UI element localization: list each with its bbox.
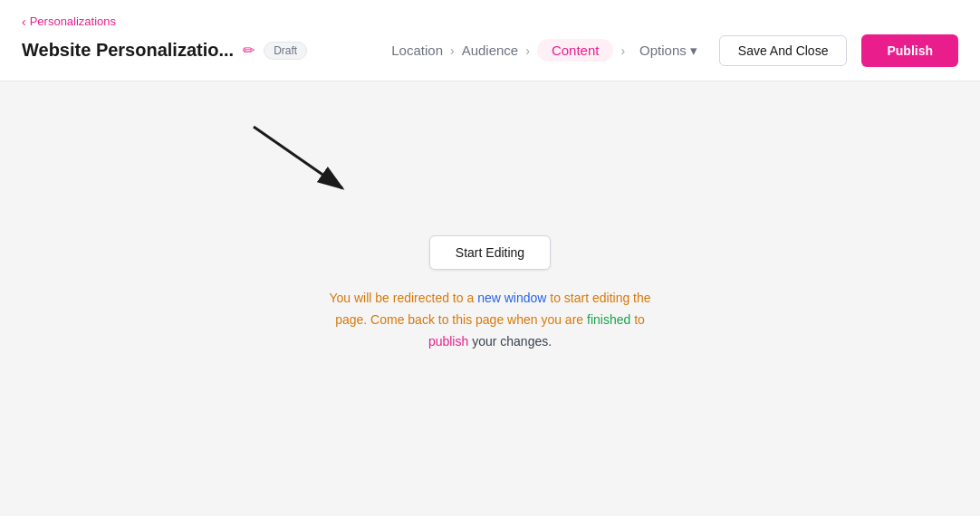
back-label: Personalizations xyxy=(30,14,116,28)
info-text-dark-1: your changes. xyxy=(468,334,552,349)
draft-badge: Draft xyxy=(264,42,307,60)
chevron-icon-1: › xyxy=(450,43,455,58)
svg-line-1 xyxy=(254,127,342,188)
page-title: Website Personalizatio... xyxy=(22,40,234,61)
steps-nav: Location › Audience › Content › Options … xyxy=(391,39,705,62)
arrow-container xyxy=(245,118,362,203)
chevron-icon-3: › xyxy=(620,43,625,58)
info-text: You will be redirected to a new window t… xyxy=(329,288,650,352)
options-chevron-icon: ▾ xyxy=(690,43,697,59)
info-text-green-1: finished xyxy=(587,312,630,327)
step-location[interactable]: Location xyxy=(391,43,443,58)
chevron-icon-2: › xyxy=(525,43,530,58)
info-text-orange-3: page. Come back to this page when you ar… xyxy=(335,312,587,327)
info-text-orange-1: You will be redirected to a xyxy=(329,291,477,305)
arrow-icon xyxy=(245,118,362,199)
breadcrumb-row: ‹ Personalizations xyxy=(22,14,958,29)
publish-button[interactable]: Publish xyxy=(861,34,958,67)
title-row: Website Personalizatio... ✏ Draft Locati… xyxy=(22,34,958,67)
options-button[interactable]: Options ▾ xyxy=(632,39,705,62)
start-editing-section: Start Editing You will be redirected to … xyxy=(329,235,650,352)
info-text-pink-1: publish xyxy=(428,334,468,349)
main-content: Start Editing You will be redirected to … xyxy=(0,81,980,516)
back-chevron-icon: ‹ xyxy=(22,14,26,29)
info-text-orange-2: to start editing the xyxy=(546,291,650,305)
start-editing-button[interactable]: Start Editing xyxy=(429,235,551,270)
info-text-orange-4: to xyxy=(630,312,645,327)
header: ‹ Personalizations Website Personalizati… xyxy=(0,0,980,81)
title-left: Website Personalizatio... ✏ Draft xyxy=(22,40,307,61)
save-close-button[interactable]: Save And Close xyxy=(719,35,848,66)
info-text-blue-1: new window xyxy=(477,291,546,305)
options-label: Options xyxy=(639,43,687,58)
step-content[interactable]: Content xyxy=(537,39,614,62)
edit-icon[interactable]: ✏ xyxy=(243,42,255,59)
step-audience[interactable]: Audience xyxy=(462,43,519,58)
nav-and-actions: Location › Audience › Content › Options … xyxy=(391,34,958,67)
back-link[interactable]: ‹ Personalizations xyxy=(22,14,116,29)
